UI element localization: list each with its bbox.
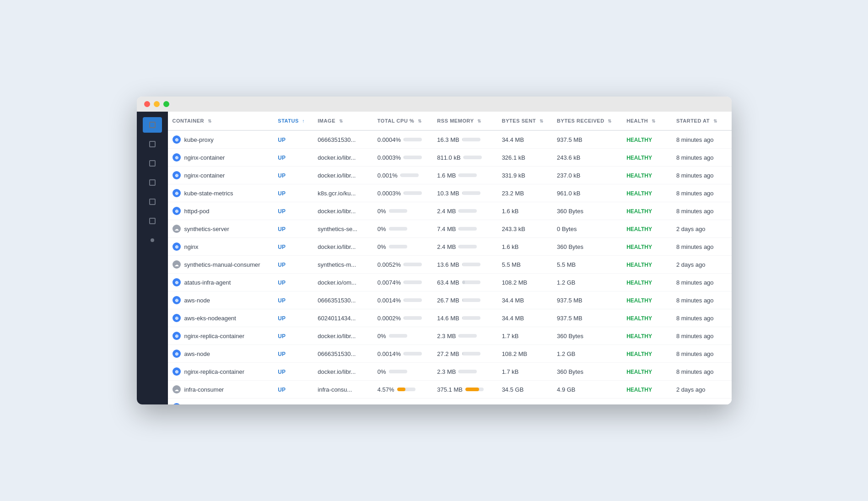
- cell-container: ⊕ nginx-replica-container: [168, 363, 274, 381]
- nav-icon-3: [149, 179, 156, 186]
- mem-value: 2.3 MB: [437, 333, 456, 339]
- table-row[interactable]: ⊕ httpd-pod UP docker.io/libr... 0% 2.4 …: [168, 202, 732, 220]
- sidebar-item-2[interactable]: [143, 156, 162, 171]
- table-row[interactable]: ☁ synthetics-manual-consumer UP syntheti…: [168, 256, 732, 274]
- sidebar: [137, 112, 168, 404]
- cell-cpu: 0.0052%: [373, 256, 433, 274]
- maximize-button[interactable]: [163, 101, 169, 107]
- container-name: atatus-infra-agent: [184, 279, 231, 286]
- table-row[interactable]: ⊕ aws-node UP 0666351530... 0.0014% 26.7…: [168, 291, 732, 309]
- col-header-container[interactable]: CONTAINER ⇅: [168, 112, 274, 130]
- close-button[interactable]: [144, 101, 150, 107]
- mem-value: 13.6 MB: [437, 261, 459, 268]
- col-header-cpu[interactable]: TOTAL CPU % ⇅: [373, 112, 433, 130]
- sidebar-item-5[interactable]: [143, 213, 162, 229]
- mem-value: 63.4 MB: [437, 279, 459, 286]
- table-row[interactable]: ⊕ nginx-replica-container UP docker.io/l…: [168, 363, 732, 381]
- nav-icon-5: [149, 218, 156, 224]
- col-header-image[interactable]: IMAGE ⇅: [313, 112, 373, 130]
- minimize-button[interactable]: [154, 101, 160, 107]
- cell-image: 0666351530...: [313, 291, 373, 309]
- cell-started: 8 minutes ago: [672, 345, 732, 363]
- cell-bytes-recv: 5.5 MB: [552, 256, 622, 274]
- cell-health: HEALTHY: [622, 238, 672, 256]
- table-row[interactable]: ⊕ nginx-container UP docker.io/libr... 0…: [168, 167, 732, 184]
- table-row[interactable]: ⊕ nginx-container UP docker.io/libr... 0…: [168, 149, 732, 167]
- browser-titlebar: [137, 97, 732, 112]
- container-type-icon: ☁: [173, 225, 181, 233]
- table-row[interactable]: ⊕ kube-proxy UP 0666351530... 0.0004% 16…: [168, 130, 732, 149]
- cell-bytes-sent: 108.2 MB: [497, 345, 552, 363]
- table-row[interactable]: ☁ synthetics-server UP synthetics-se... …: [168, 220, 732, 238]
- cell-mem: 14.6 MB: [432, 309, 497, 327]
- col-header-started[interactable]: STARTED AT ⇅: [672, 112, 732, 130]
- health-badge: HEALTHY: [626, 387, 652, 393]
- cell-mem: 2.3 MB: [432, 327, 497, 345]
- cell-container: ⊕ nginx-container: [168, 167, 274, 184]
- table-row[interactable]: ☁ infra-consumer UP infra-consu... 4.57%…: [168, 381, 732, 399]
- mem-bar: [462, 263, 480, 266]
- cpu-bar: [389, 334, 407, 338]
- cell-health: HEALTHY: [622, 274, 672, 291]
- sidebar-item-home[interactable]: [143, 117, 162, 133]
- cell-container: ⊕ httpd-pod: [168, 202, 274, 220]
- table-row[interactable]: ⊕ nginx-replica-container UP docker.io/l…: [168, 327, 732, 345]
- col-header-status[interactable]: STATUS ↑: [273, 112, 313, 130]
- status-badge: UP: [278, 351, 286, 357]
- cell-health: HEALTHY: [622, 309, 672, 327]
- cell-mem: 2.3 MB: [432, 363, 497, 381]
- table-row[interactable]: ⊕ atatus-infra-agent UP docker.io/om... …: [168, 274, 732, 291]
- cell-bytes-recv: 360 Bytes: [552, 327, 622, 345]
- table-row[interactable]: ⊕ coredns UP 6024011434... 0.0006% 13.5 …: [168, 399, 732, 405]
- table-row[interactable]: ⊕ aws-eks-nodeagent UP 6024011434... 0.0…: [168, 309, 732, 327]
- sidebar-item-dot[interactable]: [143, 232, 162, 248]
- container-type-icon: ⊕: [173, 367, 181, 376]
- sidebar-item-1[interactable]: [143, 136, 162, 152]
- sidebar-item-3[interactable]: [143, 175, 162, 190]
- mem-bar: [458, 370, 477, 373]
- status-badge: UP: [278, 137, 286, 143]
- cell-status: UP: [273, 345, 313, 363]
- col-header-bytes-sent[interactable]: BYTES SENT ⇅: [497, 112, 552, 130]
- status-badge: UP: [278, 226, 286, 232]
- cell-started: 8 minutes ago: [672, 274, 732, 291]
- sidebar-item-4[interactable]: [143, 194, 162, 210]
- sort-icon-cpu: ⇅: [418, 119, 422, 124]
- container-name: infra-consumer: [184, 386, 224, 393]
- cell-bytes-recv: 360 Bytes: [552, 202, 622, 220]
- mem-bar: [462, 191, 480, 195]
- col-header-mem[interactable]: RSS MEMORY ⇅: [432, 112, 497, 130]
- mem-bar: [458, 173, 477, 177]
- cell-health: HEALTHY: [622, 381, 672, 399]
- cell-image: docker.io/libr...: [313, 363, 373, 381]
- cell-health: HEALTHY: [622, 184, 672, 202]
- mem-bar: [464, 156, 482, 159]
- cpu-bar: [389, 370, 407, 373]
- table-header: CONTAINER ⇅ STATUS ↑ IMAGE ⇅ TOTAL CPU: [168, 112, 732, 130]
- cell-image: docker.io/libr...: [313, 149, 373, 167]
- cell-mem: 1.6 MB: [432, 167, 497, 184]
- health-badge: HEALTHY: [626, 190, 652, 197]
- container-name: aws-node: [184, 297, 210, 304]
- cell-status: UP: [273, 202, 313, 220]
- cpu-bar: [404, 352, 422, 356]
- table-row[interactable]: ⊕ nginx UP docker.io/libr... 0% 2.4 MB: [168, 238, 732, 256]
- cell-image: 6024011434...: [313, 399, 373, 405]
- mem-bar: [458, 334, 477, 338]
- mem-bar: [462, 138, 480, 141]
- cpu-value: 0.0052%: [377, 261, 401, 268]
- table-row[interactable]: ⊕ kube-state-metrics UP k8s.gcr.io/ku...…: [168, 184, 732, 202]
- status-badge: UP: [278, 172, 286, 179]
- header-row: CONTAINER ⇅ STATUS ↑ IMAGE ⇅ TOTAL CPU: [168, 112, 732, 130]
- cell-image: synthetics-se...: [313, 220, 373, 238]
- col-header-bytes-recv[interactable]: BYTES RECEIVED ⇅: [552, 112, 622, 130]
- health-badge: HEALTHY: [626, 280, 652, 286]
- table-row[interactable]: ⊕ aws-node UP 0666351530... 0.0014% 27.2…: [168, 345, 732, 363]
- status-badge: UP: [278, 244, 286, 250]
- cell-bytes-sent: 1.6 kB: [497, 238, 552, 256]
- cell-status: UP: [273, 291, 313, 309]
- cpu-value: 0.0004%: [377, 136, 401, 143]
- cell-health: HEALTHY: [622, 167, 672, 184]
- cell-health: HEALTHY: [622, 149, 672, 167]
- col-header-health[interactable]: HEALTH ⇅: [622, 112, 672, 130]
